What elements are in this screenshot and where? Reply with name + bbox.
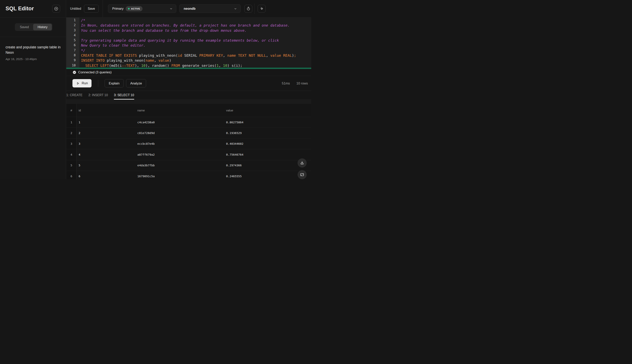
query-row-count: 10 rows [296,82,308,85]
query-name: Untitled [70,7,81,10]
editor-gutter: 12345678910 [66,18,79,68]
table-cell: c4ca4238a0 [135,117,224,128]
query-actions-row: Run Explain Analyze 51ms 10 rows [66,76,311,91]
line-number: 7 [66,48,79,53]
line-number: 1 [66,18,79,23]
table-cell: 5 [77,160,135,171]
history-item-date: Apr 16, 2025 - 10:46pm [6,57,60,61]
ai-assist-button[interactable] [258,5,266,13]
column-header: id [77,104,135,117]
line-number: 5 [66,38,79,43]
plus-circle-icon [54,6,59,11]
table-cell: 6 [77,171,135,179]
result-tab[interactable]: 3: SELECT 10 [114,91,134,100]
column-header: # [66,104,77,117]
table-cell: 4 [66,149,77,160]
table-cell: 6 [66,171,77,179]
results-table-body: 11c4ca4238a00.8627586422c81e728d9d0.1936… [66,117,311,179]
table-cell: 0.75646764 [224,149,311,160]
line-number: 4 [66,33,79,38]
table-row[interactable]: 11c4ca4238a00.86275864 [66,117,311,128]
result-tab[interactable]: 1: CREATE [66,91,83,100]
table-row[interactable]: 661679091c5a0.2465555 [66,171,311,179]
table-row[interactable]: 33eccbc87e4b0.40344602 [66,138,311,149]
table-cell: 0.1936529 [224,128,311,138]
database-select-value: neondb [184,7,195,10]
run-button[interactable]: Run [72,79,92,88]
check-circle-icon [72,70,76,74]
code-line [81,33,311,38]
table-row[interactable]: 22c81e728d9d0.1936529 [66,128,311,138]
results-spacer [66,100,311,104]
branch-status-badge: ACTIVE [126,6,142,11]
explain-button[interactable]: Explain [105,79,124,88]
query-history-timer-button[interactable] [244,5,252,13]
query-duration: 51ms [282,82,290,85]
branch-select[interactable]: Primary ACTIVE [108,4,176,13]
stopwatch-icon [246,6,251,11]
chevron-down-icon [169,7,173,11]
column-header: value [224,104,311,117]
actions-divider [98,80,98,87]
connection-status-row: Connected (3 queries) [66,69,311,76]
line-number: 6 [66,43,79,48]
history-list-item[interactable]: create and populate sample table in Neon… [0,37,66,61]
connection-status-text: Connected (3 queries) [78,70,112,74]
line-number: 9 [66,58,79,63]
table-cell: c81e728d9d [135,128,224,138]
table-cell: 2 [66,128,77,138]
table-cell: 1 [66,117,77,128]
table-cell: e4da3b7fbb [135,160,224,171]
results-table-header: #idnamevalue [66,104,311,117]
new-query-button[interactable] [52,5,60,13]
query-stats: 51ms 10 rows [282,82,308,85]
expand-results-button[interactable] [298,170,307,179]
editor-topbar: Untitled Save Primary ACTIVE neondb [66,0,311,18]
tab-history[interactable]: History [33,24,52,30]
code-line: */ [81,48,311,53]
database-select[interactable]: neondb [179,4,241,13]
table-cell: 0.40344602 [224,138,311,149]
table-cell: 0.86275864 [224,117,311,128]
table-cell: 1679091c5a [135,171,224,179]
save-button[interactable]: Save [84,5,99,13]
sql-editor: 12345678910 /*In Neon, databases are sto… [66,18,311,68]
download-results-button[interactable] [298,158,307,168]
main-panel: Untitled Save Primary ACTIVE neondb [66,0,311,179]
chevron-down-icon [234,7,237,11]
page-title: SQL Editor [6,6,34,12]
tab-saved[interactable]: Saved [16,24,33,30]
code-line: You can select the branch and database t… [81,28,311,33]
table-cell: 2 [77,128,135,138]
table-cell: 4 [77,149,135,160]
download-icon [300,160,305,165]
active-dot-icon [128,8,130,10]
table-cell: 3 [77,138,135,149]
table-cell: 3 [66,138,77,149]
history-item-title: create and populate sample table in Neon [6,44,62,55]
sidebar-tabs-row: Saved History [0,18,66,37]
result-tabs: 1: CREATE2: INSERT 103: SELECT 10 [66,91,311,100]
table-cell: 5 [66,160,77,171]
saved-history-toggle: Saved History [15,23,52,31]
line-number: 2 [66,23,79,28]
code-line: SELECT LEFT(md5(i::TEXT), 10), random() … [81,63,311,68]
line-number: 3 [66,28,79,33]
analyze-button[interactable]: Analyze [126,79,146,88]
fullscreen-icon [300,172,305,177]
code-line: CREATE TABLE IF NOT EXISTS playing_with_… [81,53,311,58]
table-row[interactable]: 44a87ff679a20.75646764 [66,149,311,160]
code-line: New Query to clear the editor. [81,43,311,48]
table-cell: a87ff679a2 [135,149,224,160]
column-header: name [135,104,224,117]
line-number: 10 [66,63,79,68]
table-cell: eccbc87e4b [135,138,224,149]
result-tab[interactable]: 2: INSERT 10 [89,91,108,100]
play-icon [76,82,80,85]
line-number: 8 [66,53,79,58]
table-row[interactable]: 55e4da3b7fbb0.2974366 [66,160,311,171]
topbar-divider [103,0,103,18]
editor-code[interactable]: /*In Neon, databases are stored on branc… [79,18,311,68]
code-line: /* [81,18,311,23]
code-line: In Neon, databases are stored on branche… [81,23,311,28]
